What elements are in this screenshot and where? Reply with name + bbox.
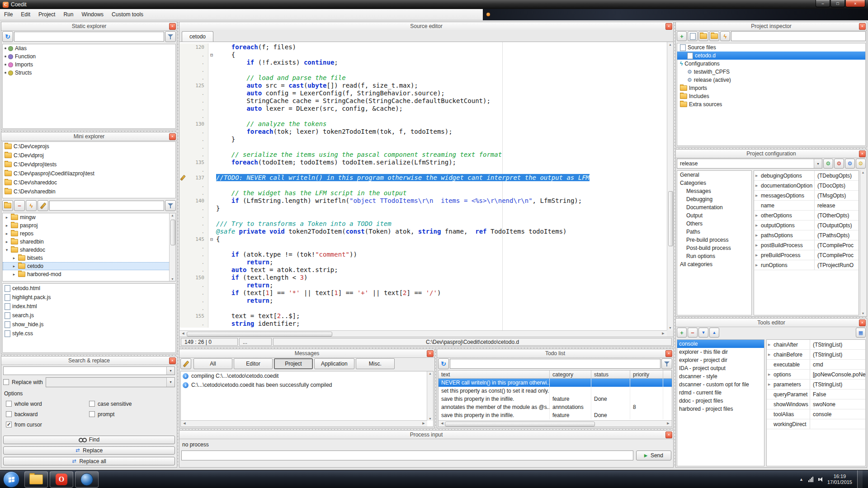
code-line[interactable]: ./// Try to transforms a Token into a TO…	[179, 220, 667, 228]
todo-row[interactable]: save this property in the inifile.featur…	[439, 395, 672, 403]
tree-item[interactable]: ▸sharedbin	[3, 238, 175, 246]
inspector-item[interactable]: ϟConfigurations	[677, 60, 865, 68]
inspector-item[interactable]: ⚙testwith_CPFS	[677, 68, 865, 76]
window-titlebar[interactable]: C Coedit – □ ×	[0, 0, 868, 9]
move-tool-down-button[interactable]: ▼	[698, 328, 708, 338]
add-favorite-button[interactable]	[2, 200, 13, 211]
chevron-down-icon[interactable]: ▾	[814, 159, 822, 168]
code-line[interactable]: . auto lexer = DLexer(src, config, &cach…	[179, 105, 667, 113]
code-line[interactable]: .	[179, 182, 667, 189]
property-value[interactable]: (TPathsOpts)	[815, 232, 859, 239]
todo-row[interactable]: NEVER call writeln() in this program oth…	[439, 379, 672, 387]
splitter[interactable]	[435, 349, 436, 428]
chevron-icon[interactable]: ▸	[5, 215, 9, 220]
todo-row[interactable]: save this property in the inifile.featur…	[439, 411, 672, 419]
tool-item[interactable]: console	[677, 340, 764, 348]
property-value[interactable]: False	[810, 391, 865, 398]
todo-filter-input[interactable]	[450, 359, 660, 369]
message-tools-button[interactable]	[180, 358, 191, 369]
close-panel-icon[interactable]: ×	[665, 350, 672, 357]
expand-arrow-icon[interactable]: ▶	[755, 214, 758, 217]
property-row[interactable]: ▶postBuildProcess(TCompileProc	[754, 240, 859, 250]
property-value[interactable]: swoNone	[810, 401, 865, 408]
list-item[interactable]: style.css	[3, 329, 175, 338]
tool-item[interactable]: explorer - this file dir	[677, 348, 764, 356]
code-line[interactable]: .⊟ {	[179, 51, 667, 59]
code-line[interactable]: 130 // analyze the tokens	[179, 120, 667, 128]
list-item[interactable]: index.html	[3, 302, 175, 311]
code-line[interactable]: . // the widget has the LFM script in th…	[179, 189, 667, 197]
code-line[interactable]: .@safe private void token2TodoItem(const…	[179, 228, 667, 235]
chevron-icon[interactable]: ▸	[12, 264, 16, 268]
refresh-button[interactable]: ↻	[2, 31, 13, 42]
clone-config-button[interactable]: ⚙	[845, 159, 855, 169]
property-row[interactable]: ▶options[poNewConsole,poNew	[767, 370, 865, 380]
tool-item[interactable]: explorer - project dir	[677, 356, 764, 364]
shell-open-button[interactable]: ϟ	[26, 200, 37, 211]
code-line[interactable]: 125 auto src = cast(ubyte[]) read(f, siz…	[179, 82, 667, 89]
close-panel-icon[interactable]: ×	[859, 319, 866, 326]
property-value[interactable]: (TStringList)	[810, 342, 865, 348]
code-line[interactable]: 140 if (LfmString.length) writefln("obje…	[179, 197, 667, 205]
code-editor[interactable]: 120 foreach(f; files).⊟ {. if (!f.exists…	[179, 42, 667, 330]
add-source-button[interactable]: +	[677, 31, 687, 41]
category-item[interactable]: General	[677, 171, 751, 179]
code-line[interactable]: . StringCache cache = StringCache(String…	[179, 97, 667, 105]
network-icon[interactable]	[808, 477, 813, 482]
edit-button[interactable]	[38, 200, 48, 211]
tray-expand-icon[interactable]: ▲	[799, 477, 803, 482]
property-row[interactable]: ▶otherOptions(TOtherOpts)	[754, 211, 859, 221]
inspector-item[interactable]: Extra sources	[677, 100, 865, 108]
symbol-search-input[interactable]	[14, 32, 164, 42]
tree-item[interactable]: ▸harbored-mod	[3, 270, 175, 278]
tool-item[interactable]: IDA - project output	[677, 364, 764, 372]
code-line[interactable]: . }	[179, 136, 667, 143]
menu-item-custom-tools[interactable]: Custom tools	[108, 9, 147, 20]
chevron-icon[interactable]: ▸	[12, 256, 16, 260]
fold-marker[interactable]: ⊟	[208, 235, 215, 243]
fold-marker[interactable]: ⊟	[208, 51, 215, 59]
todo-column-header[interactable]: text	[439, 371, 550, 379]
code-line[interactable]: . if (text[1] == '*' || text[1] == '+' |…	[179, 289, 667, 297]
code-line[interactable]: . auto config = LexerConfig(f, StringBeh…	[179, 89, 667, 97]
property-row[interactable]: showWindowsswoNone	[767, 399, 865, 409]
favorite-folder-item[interactable]: C:\Dev\dproj	[3, 151, 175, 160]
search-term-combo[interactable]: ▾	[3, 366, 175, 375]
property-row[interactable]: queryParametFalse	[767, 389, 865, 399]
tool-item[interactable]: ddoc - project files	[677, 397, 764, 405]
property-value[interactable]: (TCompileProc	[815, 252, 859, 258]
code-line[interactable]: 120 foreach(f; files)	[179, 43, 667, 51]
menu-item-project[interactable]: Project	[34, 9, 59, 20]
property-row[interactable]: workingDirect	[767, 419, 865, 429]
inspector-item[interactable]: cetodo.d	[677, 52, 865, 60]
todo-column-header[interactable]: priority	[630, 371, 663, 379]
tree-item[interactable]: ▾shareddoc	[3, 246, 175, 254]
tree-item[interactable]: ▸repos	[3, 230, 175, 238]
chevron-icon[interactable]: ▾	[5, 248, 9, 252]
expand-arrow-icon[interactable]: ▶	[768, 353, 770, 357]
scrollbar-vertical[interactable]: ▲ ▼	[169, 213, 175, 281]
maximize-button[interactable]: □	[830, 0, 845, 7]
property-row[interactable]: toolAliasconsole	[767, 409, 865, 419]
list-item[interactable]: cetodo.html	[3, 284, 175, 293]
code-line[interactable]: .	[179, 166, 667, 174]
code-line[interactable]: .	[179, 305, 667, 312]
code-line[interactable]: . // serialize the items using the pasca…	[179, 151, 667, 159]
symbol-item[interactable]: Imports	[3, 61, 175, 69]
code-line[interactable]: .	[179, 66, 667, 74]
close-panel-icon[interactable]: ×	[665, 23, 672, 30]
option-checkbox[interactable]: whole word	[6, 401, 89, 407]
property-value[interactable]: [poNewConsole,poNew	[810, 371, 865, 378]
code-line[interactable]: 137//TODO: NEVER call writeln() in this …	[179, 174, 667, 182]
expand-arrow-icon[interactable]: ▶	[768, 383, 770, 386]
expand-arrow-icon[interactable]: ▶	[755, 263, 758, 267]
code-line[interactable]: . return;	[179, 258, 667, 266]
code-line[interactable]: . if (atok.type != (tok!"comment"))	[179, 251, 667, 258]
filter-button[interactable]	[165, 200, 176, 211]
property-row[interactable]: ▶chainBefore(TStringList)	[767, 350, 865, 360]
configuration-combo[interactable]: release ▾	[677, 159, 822, 169]
expand-arrow-icon[interactable]: ▶	[768, 343, 770, 347]
property-row[interactable]: ▶messagesOptions(TMsgOpts)	[754, 191, 859, 201]
category-item[interactable]: Debugging	[677, 195, 751, 203]
expand-arrow-icon[interactable]: ▶	[755, 184, 758, 188]
